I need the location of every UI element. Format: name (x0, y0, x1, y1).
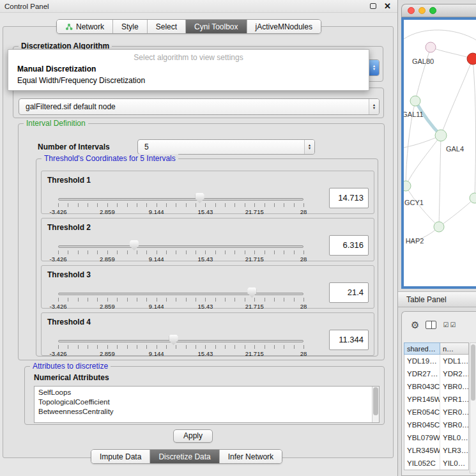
table-cell[interactable]: YER054C (404, 406, 440, 418)
scrollbar-thumb[interactable] (373, 387, 378, 415)
combobox-stepper-icon[interactable]: ▲▼ (304, 140, 314, 154)
network-edge[interactable] (406, 135, 441, 186)
slider-thumb[interactable] (169, 335, 178, 345)
network-node[interactable] (434, 222, 444, 232)
table-row[interactable]: YIL052CYIL0… (404, 457, 468, 470)
attribute-list-item[interactable]: BetweennessCentrality (35, 407, 379, 417)
zoom-traffic-light-icon[interactable] (429, 7, 436, 14)
threshold-1-slider[interactable]: -3.4262.8599.14415.4321.71528 (53, 189, 309, 215)
network-node[interactable] (467, 53, 476, 65)
apply-button[interactable]: Apply (173, 429, 213, 443)
network-node[interactable] (404, 181, 411, 191)
minimize-traffic-light-icon[interactable] (418, 7, 426, 14)
table-cell[interactable]: YLR3… (440, 444, 468, 457)
table-cell[interactable]: YLR345W (404, 444, 440, 457)
network-canvas[interactable]: GAL80GAL11GAL4GCY1HAP2 (404, 20, 476, 286)
slider-track[interactable] (58, 245, 303, 248)
popup-item-manual-discretization[interactable]: Manual Discretization (8, 63, 369, 75)
network-node-label: GAL4 (446, 145, 464, 153)
tab-discretize-data[interactable]: Discretize Data (150, 450, 219, 463)
table-cell[interactable]: YDR27… (404, 367, 440, 380)
attribute-list-item[interactable]: TopologicalCoefficient (35, 397, 379, 407)
tab-impute-data[interactable]: Impute Data (91, 450, 150, 463)
slider-track[interactable] (58, 340, 303, 342)
number-of-intervals-combobox[interactable]: 5 ▲▼ (137, 139, 315, 155)
network-edge[interactable] (441, 59, 473, 135)
table-row[interactable]: YLR345WYLR3… (404, 444, 468, 457)
table-panel-titlebar[interactable]: Table Panel (398, 291, 476, 307)
table-cell[interactable]: YBR0… (440, 418, 468, 431)
threshold-1-value-field[interactable]: 14.713 (329, 188, 369, 208)
slider-track[interactable] (58, 198, 303, 201)
tab-infer-network[interactable]: Infer Network (220, 450, 282, 463)
network-window-titlebar[interactable] (401, 4, 476, 17)
table-cell[interactable]: YER0… (440, 406, 468, 418)
network-edge[interactable] (415, 101, 441, 135)
threshold-4-slider[interactable]: -3.4262.8599.14415.4321.71528 (53, 331, 309, 357)
table-cell[interactable]: YDR2… (440, 367, 468, 380)
float-window-icon[interactable] (370, 3, 376, 9)
threshold-2-slider[interactable]: -3.4262.8599.14415.4321.71528 (53, 236, 309, 262)
table-row[interactable]: YDL19…YDL1… (404, 355, 468, 367)
combobox-stepper-icon[interactable]: ▲▼ (369, 99, 379, 114)
network-edge[interactable] (404, 30, 476, 40)
table-row[interactable]: YBR045CYBR0… (404, 418, 468, 431)
table-row[interactable]: YPR145WYPR1… (404, 393, 468, 406)
numerical-attributes-list[interactable]: SelfLoopsTopologicalCoefficientBetweenne… (34, 386, 380, 423)
table-cell[interactable]: YDL19… (404, 355, 440, 367)
network-edge[interactable] (473, 59, 476, 198)
attribute-list-item[interactable]: SelfLoops (35, 388, 379, 397)
scrollbar-thumb[interactable] (471, 344, 475, 401)
slider-track[interactable] (58, 293, 303, 295)
threshold-2-label: Threshold 2 (47, 223, 91, 232)
threshold-4-value-field[interactable]: 11.344 (329, 330, 369, 350)
table-cell[interactable]: YIL052C (404, 457, 440, 470)
tab-cyni-toolbox[interactable]: Cyni Toolbox (186, 20, 247, 33)
network-node[interactable] (410, 96, 420, 106)
show-columns-icon[interactable]: ☑ ☑ (443, 321, 456, 328)
threshold-2-value-field[interactable]: 6.316 (329, 235, 369, 256)
network-view-window[interactable]: GAL80GAL11GAL4GCY1HAP2 (401, 4, 476, 289)
list-scrollbar[interactable] (372, 387, 379, 422)
table-row[interactable]: YBR043CYBR0… (404, 380, 468, 393)
slider-thumb[interactable] (247, 288, 256, 298)
table-cell[interactable]: YBR045C (404, 418, 440, 431)
column-header-shared-name[interactable]: shared… (404, 342, 440, 355)
table-cell[interactable]: YPR145W (404, 393, 440, 406)
table-scrollbar[interactable] (470, 342, 476, 473)
network-edge[interactable] (415, 47, 431, 101)
combobox-stepper-icon[interactable]: ▲▼ (369, 60, 379, 75)
network-node[interactable] (426, 42, 436, 52)
threshold-3-value-field[interactable]: 21.4 (329, 282, 369, 303)
slider-thumb[interactable] (130, 240, 139, 250)
table-cell[interactable]: YBL0… (440, 431, 468, 444)
tab-network[interactable]: Network (57, 20, 113, 33)
network-node[interactable] (435, 130, 447, 141)
network-edge[interactable] (439, 198, 475, 227)
column-header-name[interactable]: n… (440, 342, 469, 355)
table-cell[interactable]: YBL079W (404, 431, 440, 444)
table-cell[interactable]: YIL0… (440, 457, 468, 470)
tab-jactivemnodules[interactable]: jActiveMNodules (247, 20, 321, 33)
network-edge[interactable] (406, 186, 439, 227)
table-row[interactable]: YDR27…YDR2… (404, 367, 468, 380)
threshold-3-slider[interactable]: -3.4262.8599.14415.4321.71528 (53, 284, 309, 309)
table-cell[interactable]: YBR0… (440, 380, 468, 393)
popup-item-equal-width-frequency[interactable]: Equal Width/Frequency Discretization (8, 75, 369, 86)
attributes-group-label: Attributes to discretize (30, 362, 111, 371)
table-data-combobox[interactable]: galFiltered.sif default node ▲▼ (19, 98, 380, 115)
tab-select[interactable]: Select (148, 20, 186, 33)
network-edge[interactable] (439, 135, 441, 227)
table-row[interactable]: YBL079WYBL0… (404, 431, 468, 444)
table-cell[interactable]: YPR1… (440, 393, 468, 406)
network-edge[interactable] (431, 47, 473, 59)
close-traffic-light-icon[interactable] (408, 7, 415, 14)
close-icon[interactable]: ✕ (384, 2, 391, 10)
table-cell[interactable]: YBR043C (404, 380, 440, 393)
table-cell[interactable]: YDL1… (440, 355, 468, 367)
table-row[interactable]: YER054CYER0… (404, 406, 468, 418)
tab-style[interactable]: Style (113, 20, 148, 33)
gear-icon[interactable]: ⚙ (411, 320, 419, 330)
slider-thumb[interactable] (196, 193, 204, 203)
column-selector-icon[interactable] (426, 321, 436, 329)
